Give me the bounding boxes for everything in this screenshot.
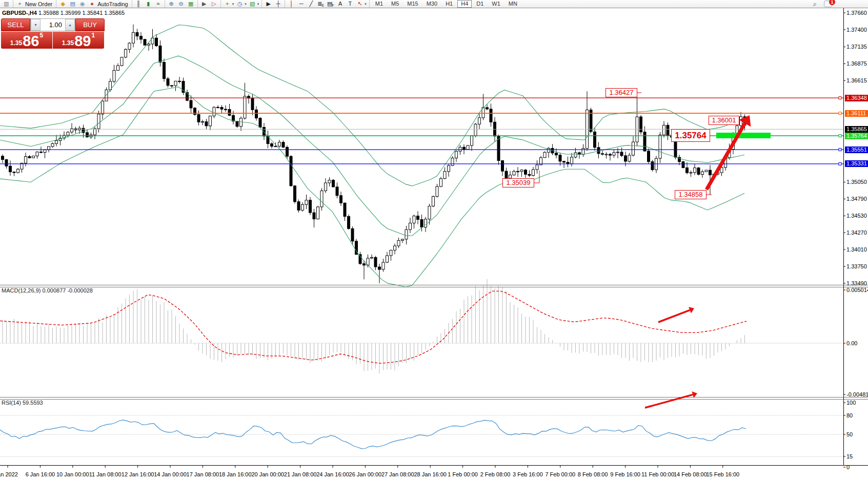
candle-bear: [286, 147, 289, 156]
mt4-terminal: ▥+New Order◆▤◉●AutoTrading║▮≈⊕⊖▦▶▷+▾◷▾▧▾…: [0, 0, 868, 481]
crosshair-icon[interactable]: ┼: [274, 1, 282, 7]
autotrading-icon[interactable]: ●: [88, 1, 96, 7]
candle-bear: [374, 257, 377, 267]
candle-bull: [451, 158, 454, 165]
candle-bear: [682, 162, 684, 168]
chart-shift-icon[interactable]: ▷: [210, 1, 218, 7]
candle-bear: [225, 109, 227, 110]
channel-icon[interactable]: ▤F: [327, 1, 334, 7]
candle-bear: [344, 203, 346, 216]
timeframe-m5[interactable]: M5: [388, 0, 402, 8]
bollinger-upper-band: [0, 25, 744, 186]
sell-price[interactable]: 1.35 86 5: [1, 32, 52, 49]
line-chart-icon[interactable]: ≈: [154, 1, 162, 7]
candle-bull: [659, 135, 661, 158]
chart-window-icon[interactable]: ▥: [3, 1, 10, 7]
candle-bear: [228, 110, 231, 116]
candle-bear: [271, 144, 273, 147]
candle-bear: [28, 156, 31, 158]
candle-bear: [624, 156, 627, 161]
cursor-icon[interactable]: ▶: [265, 1, 272, 7]
bar-chart-icon[interactable]: ║: [135, 1, 143, 7]
candle-bull: [436, 186, 438, 196]
zoom-out-icon[interactable]: ⊖: [177, 1, 185, 7]
timeframe-h4[interactable]: H4: [457, 0, 472, 8]
candle-bear: [190, 100, 192, 108]
candle-bear: [563, 161, 566, 162]
candle-bear: [501, 160, 504, 171]
candle-bear: [197, 114, 200, 122]
candle-bear: [255, 110, 258, 118]
buy-price[interactable]: 1.35 89 1: [53, 32, 104, 49]
arrows-icon-dropdown[interactable]: ▾: [365, 2, 367, 6]
templates-icon[interactable]: ▧: [249, 1, 256, 7]
volume-input[interactable]: 1.00: [41, 19, 65, 31]
candle-bull: [425, 219, 427, 227]
candle-bear: [674, 137, 677, 157]
candle-bull: [617, 152, 619, 153]
candle-bull: [628, 155, 631, 161]
candle-bear: [594, 132, 596, 147]
candle-bear: [528, 174, 531, 175]
new-order-icon[interactable]: +: [16, 1, 24, 7]
timeframe-mn[interactable]: MN: [505, 0, 521, 8]
vertical-line-icon[interactable]: │: [288, 1, 295, 7]
candle-bear: [601, 154, 604, 154]
candle-bull: [613, 153, 615, 155]
candle-bear: [609, 154, 612, 155]
arrows-icon[interactable]: ↖: [356, 1, 364, 7]
timeframe-m15[interactable]: M15: [403, 0, 421, 8]
chart-canvas[interactable]: [0, 0, 868, 481]
candle-bull: [240, 118, 243, 127]
candle-bear: [140, 36, 143, 39]
periods-icon[interactable]: ◷: [236, 1, 244, 7]
candle-bull: [448, 165, 450, 172]
label-icon[interactable]: T: [346, 1, 354, 7]
templates-icon-dropdown[interactable]: ▾: [257, 2, 259, 6]
candle-bear: [159, 46, 162, 62]
toolbar-group: │─╱≣E▤FAT↖▾: [285, 0, 369, 8]
candle-bull: [467, 145, 469, 150]
periods-icon-dropdown[interactable]: ▾: [245, 2, 247, 6]
search-icon[interactable]: ⌕: [811, 1, 819, 7]
chat-icon[interactable]: 1: [824, 1, 832, 7]
candle-bear: [340, 196, 342, 203]
candle-bear: [686, 168, 689, 173]
timeframe-h1[interactable]: H1: [442, 0, 456, 8]
volume-decrease-button[interactable]: ▼: [31, 19, 41, 31]
candle-bull: [409, 223, 412, 229]
indicators-icon[interactable]: +: [224, 1, 231, 7]
market-watch-icon[interactable]: ◆: [59, 1, 67, 7]
candle-bull: [605, 154, 608, 155]
trendline-icon[interactable]: ╱: [307, 1, 315, 7]
zoom-in-icon[interactable]: ⊕: [168, 1, 175, 7]
horizontal-line-icon[interactable]: ─: [297, 1, 305, 7]
timeframe-w1[interactable]: W1: [488, 0, 504, 8]
buy-button[interactable]: BUY: [75, 18, 105, 31]
signals-icon[interactable]: ◉: [78, 1, 86, 7]
autoscroll-icon[interactable]: ▶: [200, 1, 208, 7]
autotrading-label[interactable]: AutoTrading: [97, 1, 128, 7]
candle-bull: [17, 169, 19, 173]
sell-button[interactable]: SELL: [1, 18, 30, 31]
timeframe-d1[interactable]: D1: [473, 0, 487, 8]
data-window-icon[interactable]: ▤: [69, 1, 76, 7]
timeframe-m1[interactable]: M1: [372, 0, 387, 8]
volume-increase-button[interactable]: ▲: [65, 19, 75, 31]
tile-windows-icon[interactable]: ▦: [187, 1, 195, 7]
new-order-label[interactable]: New Order: [25, 1, 52, 7]
candle-bull: [574, 153, 577, 157]
trend-arrow-rsi: [645, 394, 693, 408]
candle-bear: [171, 86, 173, 86]
sell-price-pip: 5: [39, 32, 43, 39]
text-icon[interactable]: A: [336, 1, 344, 7]
candle-bear: [336, 187, 338, 196]
candle-chart-icon[interactable]: ▮: [145, 1, 152, 7]
candle-bull: [405, 229, 408, 239]
indicators-icon-dropdown[interactable]: ▾: [232, 2, 234, 6]
fibonacci-icon[interactable]: ≣E: [317, 1, 325, 7]
candle-bull: [328, 180, 331, 183]
candle-bear: [294, 186, 296, 202]
candle-bull: [120, 57, 123, 66]
timeframe-m30[interactable]: M30: [423, 0, 441, 8]
